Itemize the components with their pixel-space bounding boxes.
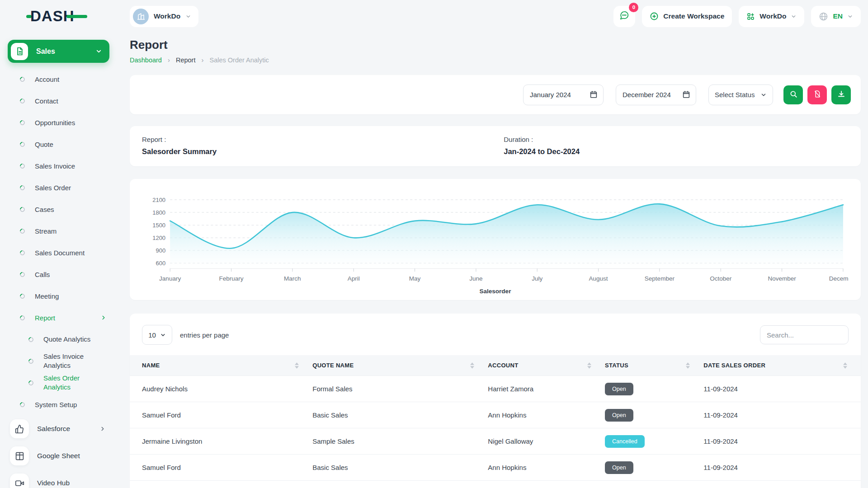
breadcrumb-report[interactable]: Report [176, 56, 196, 64]
logo-accent-bar-icon [66, 15, 87, 18]
sort-icon[interactable] [295, 362, 299, 369]
topbar: WorkDo 0 Create Workspace WorkDo [130, 0, 861, 33]
bullet-ring-icon [19, 271, 26, 278]
chevron-down-icon [185, 14, 191, 19]
bullet-ring-icon [19, 401, 26, 408]
entries-per-page-select[interactable]: 10 [142, 325, 172, 345]
table-row[interactable]: Jermaine LivingstonSample SalesNigel Gal… [130, 428, 861, 455]
create-workspace-button[interactable]: Create Workspace [642, 6, 732, 27]
sidebar-app-google-sheet[interactable]: Google Sheet [10, 442, 117, 469]
language-selector[interactable]: EN [811, 6, 861, 27]
sidebar-app-label: Video Hub [37, 479, 70, 487]
entries-per-page-value: 10 [148, 331, 156, 339]
sidebar-item-quote-analytics[interactable]: Quote Analytics [28, 328, 117, 350]
workspace-switcher[interactable]: WorkDo [130, 6, 198, 27]
svg-text:1800: 1800 [152, 209, 165, 216]
download-button[interactable] [831, 85, 851, 104]
sort-icon[interactable] [470, 362, 474, 369]
bullet-ring-icon [19, 227, 26, 235]
sidebar-item-sales-invoice[interactable]: Sales Invoice [20, 155, 117, 177]
sidebar-app-salesforce[interactable]: Salesforce [10, 415, 117, 442]
messages-button[interactable]: 0 [613, 6, 635, 27]
apply-filter-button[interactable] [783, 85, 803, 104]
start-date-input[interactable] [523, 84, 604, 105]
end-date-field [616, 84, 696, 105]
table-row[interactable]: Audrey NicholsFormal SalesHarriet Zamora… [130, 376, 861, 402]
bullet-ring-icon [19, 292, 26, 300]
document-icon [11, 43, 28, 60]
sidebar-item-label: Account [35, 75, 59, 83]
chevron-right-icon [100, 314, 107, 321]
sidebar-item-quote[interactable]: Quote [20, 133, 117, 155]
status-cell: Cancelled [605, 428, 703, 455]
table-row[interactable]: Samuel FordBasic SalesAnn HopkinsOpen11-… [130, 455, 861, 481]
sidebar-item-contact[interactable]: Contact [20, 90, 117, 112]
sidebar-item-opportunities[interactable]: Opportunities [20, 112, 117, 133]
sidebar-item-label: System Setup [35, 401, 77, 408]
status-select[interactable]: Select Status [708, 84, 773, 105]
bullet-ring-icon [19, 97, 26, 104]
status-select-value: Select Status [715, 91, 755, 99]
column-header-date-sales-order[interactable]: DATE SALES ORDER [703, 355, 861, 376]
end-date-input[interactable] [616, 84, 696, 105]
report-label: Report : [142, 136, 504, 143]
sort-icon[interactable] [686, 362, 690, 369]
svg-text:1200: 1200 [152, 235, 165, 241]
cell-name: Samuel Ford [130, 455, 312, 481]
breadcrumb-dashboard[interactable]: Dashboard [130, 56, 162, 64]
sidebar-item-label: Meeting [35, 292, 59, 300]
sidebar-item-report[interactable]: Report [20, 307, 117, 328]
sidebar-item-account[interactable]: Account [20, 68, 117, 90]
sidebar-item-label: Quote Analytics [43, 335, 90, 344]
sort-icon[interactable] [843, 362, 847, 369]
sidebar-item-cases[interactable]: Cases [20, 198, 117, 220]
bullet-ring-icon [19, 206, 26, 213]
sidebar-section-label: Sales [36, 47, 55, 56]
reset-filter-button[interactable] [807, 85, 827, 104]
column-label: DATE SALES ORDER [703, 362, 765, 369]
sort-icon[interactable] [587, 362, 591, 369]
table-search-input[interactable] [760, 325, 849, 344]
column-label: QUOTE NAME [312, 362, 354, 369]
sidebar-item-stream[interactable]: Stream [20, 220, 117, 242]
create-workspace-label: Create Workspace [663, 12, 724, 20]
cell-account: Harriet Zamora [488, 376, 605, 402]
sidebar-app-video-hub[interactable]: Video Hub [10, 469, 117, 488]
bullet-ring-icon [19, 314, 26, 321]
thumbs-up-icon [10, 419, 29, 438]
cell-quote-name: Basic Sales [312, 455, 488, 481]
chevron-down-icon [95, 48, 102, 55]
sidebar-app-label: Salesforce [37, 425, 70, 433]
cell-date-sales-order: 11-09-2024 [703, 455, 861, 481]
bullet-ring-icon [28, 336, 35, 343]
column-header-name[interactable]: NAME [130, 355, 312, 376]
table-row[interactable]: Samuel FordBasic SalesAnn HopkinsOpen11-… [130, 402, 861, 428]
sidebar-section-sales[interactable]: Sales [8, 40, 109, 63]
sheet-icon [10, 446, 29, 465]
column-header-account[interactable]: ACCOUNT [488, 355, 605, 376]
svg-text:March: March [284, 275, 301, 282]
sidebar-item-sales-order[interactable]: Sales Order [20, 177, 117, 198]
sidebar-item-label: Sales Order Analytics [43, 374, 107, 392]
column-header-status[interactable]: STATUS [605, 355, 703, 376]
workspace-name: WorkDo [154, 12, 180, 20]
svg-text:900: 900 [156, 247, 165, 254]
report-info: Report : Salesorder Summary [142, 136, 504, 156]
status-badge: Open [605, 409, 633, 422]
sidebar-item-sales-document[interactable]: Sales Document [20, 242, 117, 263]
sidebar-item-meeting[interactable]: Meeting [20, 285, 117, 307]
sidebar-item-sales-invoice-analytics[interactable]: Sales Invoice Analytics [28, 350, 117, 372]
sidebar-item-calls[interactable]: Calls [20, 263, 117, 285]
sidebar-item-system-setup[interactable]: System Setup [20, 394, 117, 415]
start-date-field [523, 84, 604, 105]
sidebar-item-label: Report [35, 314, 55, 322]
status-badge: Open [605, 383, 633, 395]
status-badge: Open [605, 461, 633, 474]
language-code: EN [833, 12, 843, 20]
dash-logo[interactable]: DASH [26, 8, 87, 25]
column-header-quote-name[interactable]: QUOTE NAME [312, 355, 488, 376]
sidebar-item-sales-order-analytics[interactable]: Sales Order Analytics [28, 372, 117, 394]
workdo-menu-button[interactable]: WorkDo [739, 6, 804, 27]
sidebar-app-label: Google Sheet [37, 452, 80, 460]
sidebar-item-label: Contact [35, 97, 58, 105]
